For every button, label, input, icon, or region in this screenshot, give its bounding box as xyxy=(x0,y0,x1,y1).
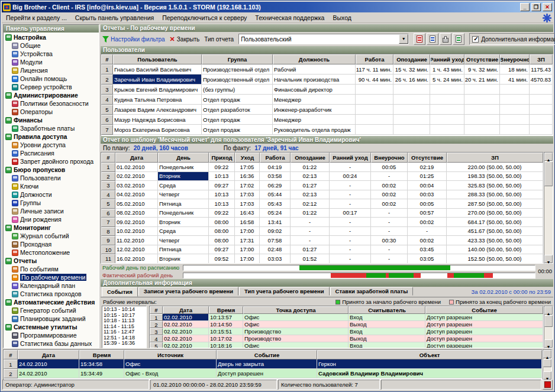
scroll-thumb[interactable] xyxy=(543,359,551,367)
sidebar-item-administration[interactable]: Администрирование xyxy=(4,91,99,99)
report-scrollbar[interactable] xyxy=(544,152,553,264)
column-header[interactable]: Должность xyxy=(273,54,356,64)
table-row[interactable]: 502.02.201010:18:16ОфисВходДоступ разреш… xyxy=(150,342,543,348)
sidebar-item-monitoring[interactable]: Мониторинг xyxy=(4,223,99,232)
sidebar-item-modules[interactable]: Модули xyxy=(4,58,99,66)
menu-item-4[interactable]: Выход xyxy=(328,13,355,22)
scroll-thumb[interactable] xyxy=(544,161,553,186)
sidebar-item-online-help[interactable]: Онлайн помощь xyxy=(4,74,99,83)
events-scrollbar[interactable] xyxy=(544,306,553,348)
sidebar-item-access-rules[interactable]: Правила доступа xyxy=(4,132,99,141)
column-header[interactable]: Работа xyxy=(356,54,393,64)
sidebar-item-event-log[interactable]: Журнал событий xyxy=(4,232,99,240)
sidebar-item-access-levels[interactable]: Уровни доступа xyxy=(4,141,99,149)
sidebar-item-groups[interactable]: Группы xyxy=(4,199,99,207)
chevron-down-icon[interactable] xyxy=(399,34,408,44)
table-row[interactable]: 101.02.2010Понедельник09:2217:0504:1901:… xyxy=(101,163,543,172)
title-bar[interactable]: Big Brother - Client - IRS [info@irs.kie… xyxy=(2,2,553,12)
sidebar-item-salaries[interactable]: Заработные платы xyxy=(4,124,99,132)
column-header[interactable]: Группа xyxy=(202,54,273,64)
column-header[interactable]: Считыватель xyxy=(349,306,425,314)
column-header[interactable]: Дата xyxy=(115,153,158,163)
sidebar-item-finance[interactable]: Финансы xyxy=(4,116,99,124)
table-row[interactable]: 505.02.2010Пятница10:1317:0305:4302:12-0… xyxy=(101,199,543,209)
sidebar-item-keys[interactable]: Ключи xyxy=(4,182,99,190)
table-row[interactable]: 102.02.201010:13:57ОфисВходДоступ разреш… xyxy=(150,314,543,321)
table-row[interactable]: 6Мазур Надежда БорисовнаОтдел продажМене… xyxy=(101,115,553,125)
table-row[interactable]: 911.02.2010Четверг08:0017:3107:58--00:30… xyxy=(101,236,543,245)
menu-item-1[interactable]: Скрыть панель управления xyxy=(71,13,158,22)
toolbar-save-button[interactable] xyxy=(427,33,438,45)
tab-1[interactable]: Записи учета рабочего времени xyxy=(138,287,238,296)
tab-3[interactable]: Ставки заработной платы xyxy=(330,287,414,296)
sidebar-item-positions[interactable]: Должности xyxy=(4,190,99,199)
sidebar-item-by-events[interactable]: По событиям xyxy=(4,265,99,273)
tab-0[interactable]: События xyxy=(102,287,138,297)
menu-item-0[interactable]: Перейти к разделу ... xyxy=(2,13,71,22)
report-type-select[interactable]: Пользовательский xyxy=(238,34,409,44)
column-header[interactable]: Работа xyxy=(260,153,291,163)
column-header[interactable]: Время xyxy=(209,306,243,314)
sidebar-item-pass-office[interactable]: Бюро пропусков xyxy=(4,166,99,174)
column-header[interactable]: # xyxy=(101,153,115,163)
extra-info-checkbox[interactable] xyxy=(472,36,479,43)
table-row[interactable]: 7Мороз Екатерина БорисовнаОтдел продажРу… xyxy=(101,125,553,135)
column-header[interactable]: # xyxy=(101,54,113,64)
filter-settings-button[interactable]: Настройки фильтра xyxy=(102,36,165,43)
scroll-track[interactable] xyxy=(544,161,553,255)
column-header[interactable]: # xyxy=(4,350,18,359)
minimize-button[interactable]: _ xyxy=(520,3,530,11)
stop-button[interactable] xyxy=(543,380,553,390)
column-header[interactable]: Приход xyxy=(209,153,235,163)
column-header[interactable]: Источник xyxy=(124,350,217,359)
sidebar-item-operators[interactable]: Операторы xyxy=(4,108,99,116)
table-row[interactable]: 709.02.2010Вторник08:0016:5813:41---00:0… xyxy=(101,218,543,227)
table-row[interactable]: 4Кудина Татьяна ПетровнаОтдел продажМене… xyxy=(101,95,553,105)
column-header[interactable]: # xyxy=(150,306,163,314)
table-row[interactable]: 224.02.201015:34:49Офис - ВходДоступ раз… xyxy=(4,369,542,378)
column-header[interactable]: День xyxy=(158,153,209,163)
scroll-track[interactable] xyxy=(544,315,553,339)
table-row[interactable]: 124.02.201015:34:58ОфисДверь не закрытаГ… xyxy=(4,359,542,369)
toolbar-report-button[interactable] xyxy=(414,33,425,45)
table-row[interactable]: 810.02.2010Среда08:0017:0009:02----451.6… xyxy=(101,227,543,237)
column-header[interactable]: Дата xyxy=(18,350,79,359)
scroll-up-button[interactable] xyxy=(544,306,553,315)
scroll-down-button[interactable] xyxy=(544,339,553,348)
close-button[interactable]: ✕ xyxy=(543,3,552,11)
sidebar-item-checkpoint[interactable]: Проходная xyxy=(4,240,99,248)
scroll-up-button[interactable] xyxy=(543,350,551,358)
column-header[interactable]: Объект xyxy=(317,350,542,359)
column-header[interactable]: Внеурочно xyxy=(500,54,530,64)
sidebar-item-by-work-time[interactable]: По рабочему времени xyxy=(4,273,99,281)
scroll-up-button[interactable] xyxy=(544,153,553,161)
column-header[interactable]: Отсутствие xyxy=(408,153,447,163)
interval-item[interactable]: 15:39 - 16:36 xyxy=(104,341,145,346)
sidebar-item-device-server[interactable]: Сервер устройств xyxy=(4,83,99,91)
column-header[interactable]: Ранний уход xyxy=(430,54,464,64)
column-header[interactable]: Время xyxy=(79,350,124,359)
sidebar-item-reports[interactable]: Отчеты xyxy=(4,257,99,265)
column-header[interactable]: ЗП xyxy=(447,153,543,163)
table-row[interactable]: 1012.02.2010Пятница09:2717:0002:4801:27-… xyxy=(101,245,543,255)
sidebar-item-birthdays[interactable]: Дни рождения xyxy=(4,215,99,223)
close-report-button[interactable]: Закрыть xyxy=(170,36,200,43)
sidebar-item-license[interactable]: Лицензия xyxy=(4,66,99,74)
column-header[interactable]: Точка доступа xyxy=(243,306,349,314)
column-header[interactable]: Событие xyxy=(425,306,543,314)
table-row[interactable]: 1Гнасько Василий ВасильевичПроизводствен… xyxy=(101,64,553,74)
table-row[interactable]: 302.02.201010:15:51ПроизводствоВходДосту… xyxy=(150,328,543,335)
journal-scrollbar[interactable] xyxy=(543,349,552,380)
column-header[interactable]: Уход xyxy=(235,153,260,163)
menu-item-2[interactable]: Переподключиться к серверу xyxy=(158,13,251,22)
column-header[interactable]: Дата xyxy=(163,306,209,314)
scroll-down-button[interactable] xyxy=(544,255,553,263)
table-row[interactable]: 402.02.201010:17:02ПроизводствоВыходДост… xyxy=(150,335,543,342)
sidebar-item-auto-actions[interactable]: Автоматические действия xyxy=(4,298,99,306)
sidebar-item-devices[interactable]: Устройства xyxy=(4,50,99,58)
scroll-down-button[interactable] xyxy=(543,371,551,380)
column-header[interactable]: Событие xyxy=(217,350,317,359)
sidebar-item-programming[interactable]: Программирование xyxy=(4,331,99,339)
table-row[interactable]: 202.02.201010:14:50ОфисВыходДоступ разре… xyxy=(150,321,543,328)
sidebar-item-db-stats[interactable]: Статистика базы данных xyxy=(4,339,99,348)
